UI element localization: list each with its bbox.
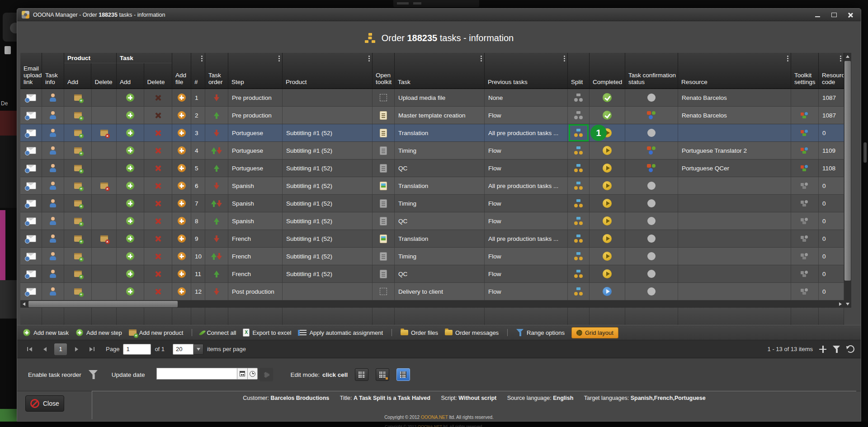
title-bar[interactable]: OOONA Manager - Order 188235 tasks - inf… — [17, 9, 861, 21]
cell-task-add[interactable] — [117, 107, 144, 124]
move-up-icon[interactable] — [214, 218, 219, 225]
grid-layout-button[interactable]: Grid layout — [571, 327, 618, 338]
cell-resource[interactable] — [678, 230, 791, 247]
completed-check-icon[interactable] — [603, 111, 612, 120]
cell-toolkit-settings[interactable] — [791, 230, 819, 247]
cell-task-number[interactable]: 2 — [191, 107, 205, 124]
cell-product-add[interactable] — [64, 160, 92, 177]
horizontal-scrollbar[interactable] — [20, 300, 844, 308]
cell-product-delete[interactable] — [92, 195, 117, 212]
cell-task-order[interactable] — [205, 177, 228, 194]
add-file-icon[interactable] — [178, 199, 186, 207]
cell-task-order[interactable] — [205, 212, 228, 230]
cell-add-file[interactable] — [172, 177, 191, 194]
cell-resource[interactable] — [678, 265, 791, 282]
cell-resource-code[interactable]: 0 — [819, 283, 844, 300]
cell-completed[interactable] — [590, 212, 625, 230]
move-down-icon[interactable] — [214, 288, 219, 295]
cell-completed[interactable] — [590, 265, 625, 282]
cell-task[interactable]: Translation — [395, 177, 485, 194]
add-new-step-button[interactable]: Add new step — [75, 328, 122, 337]
cell-task-add[interactable] — [117, 177, 144, 194]
add-file-icon[interactable] — [178, 217, 186, 225]
cell-completed[interactable] — [590, 142, 625, 159]
cell-split[interactable] — [568, 107, 590, 124]
cell-resource-code[interactable]: 0 — [819, 230, 844, 247]
cell-task-number[interactable]: 10 — [191, 248, 205, 265]
column-menu-icon[interactable] — [201, 56, 203, 57]
column-menu-icon[interactable] — [564, 56, 565, 57]
close-window-button[interactable] — [847, 12, 854, 18]
cell-product-add[interactable] — [64, 265, 92, 282]
cell-task-info[interactable] — [42, 265, 64, 282]
toolkit-settings-icon[interactable] — [801, 147, 809, 154]
task-info-icon[interactable] — [49, 164, 57, 172]
cell-task-delete[interactable] — [144, 248, 172, 265]
cell-product[interactable]: Subtitling #1 (52) — [283, 265, 373, 282]
table-row[interactable]: 4PortugueseSubtitling #1 (52)TimingFlowP… — [20, 142, 844, 160]
cell-task-delete[interactable] — [144, 230, 172, 247]
cell-email-upload[interactable] — [20, 248, 42, 265]
cell-step[interactable]: Spanish — [228, 212, 283, 230]
cell-task[interactable]: Upload media file — [395, 89, 485, 106]
email-upload-link-icon[interactable] — [26, 182, 36, 189]
cell-completed[interactable] — [590, 107, 625, 124]
cell-product[interactable]: Subtitling #1 (52) — [283, 177, 373, 194]
move-up-icon[interactable] — [214, 112, 219, 119]
cell-toolkit-settings[interactable] — [791, 248, 819, 265]
cell-add-file[interactable] — [172, 160, 191, 177]
toolkit-settings-icon[interactable] — [801, 130, 809, 136]
add-task-icon[interactable] — [126, 217, 134, 225]
cell-email-upload[interactable] — [20, 212, 42, 230]
cell-task-number[interactable]: 5 — [191, 160, 205, 177]
split-icon[interactable] — [574, 164, 583, 172]
add-product-icon[interactable] — [74, 130, 82, 136]
add-file-icon[interactable] — [178, 235, 186, 243]
cell-task-add[interactable] — [117, 124, 144, 141]
cell-task-add[interactable] — [117, 142, 144, 159]
table-row[interactable]: 11FrenchSubtitling #1 (52)QCFlow0 — [20, 265, 844, 283]
date-settings-button[interactable] — [259, 368, 273, 381]
open-toolkit-checkbox[interactable] — [380, 94, 387, 101]
delete-product-icon[interactable] — [100, 130, 108, 136]
cell-resource[interactable]: Portuguese Translator 2 — [678, 142, 791, 159]
toolkit-settings-icon[interactable] — [801, 271, 809, 277]
cell-step[interactable]: Pre production — [228, 107, 283, 124]
cell-resource[interactable] — [678, 177, 791, 194]
email-upload-link-icon[interactable] — [26, 164, 36, 172]
cell-email-upload[interactable] — [20, 283, 42, 300]
split-icon[interactable] — [574, 287, 583, 296]
email-upload-link-icon[interactable] — [26, 288, 36, 295]
column-menu-icon[interactable] — [368, 56, 370, 57]
cell-email-upload[interactable] — [20, 107, 42, 124]
column-header-task[interactable]: Task — [395, 53, 485, 88]
table-row[interactable]: 1Pre productionUpload media fileNoneRena… — [20, 89, 844, 107]
cell-email-upload[interactable] — [20, 124, 42, 141]
cell-add-file[interactable] — [172, 124, 191, 141]
add-product-icon[interactable] — [74, 112, 82, 118]
cell-product-add[interactable] — [64, 89, 92, 106]
cell-task-number[interactable]: 8 — [191, 212, 205, 230]
refresh-icon[interactable] — [847, 345, 854, 353]
cell-product[interactable]: Subtitling #1 (52) — [283, 142, 373, 159]
delete-task-icon[interactable] — [155, 253, 161, 260]
calendar-button[interactable] — [237, 368, 247, 380]
cell-task-order[interactable] — [205, 142, 228, 159]
cell-split[interactable] — [568, 160, 590, 177]
cell-product-delete[interactable] — [92, 142, 117, 159]
horizontal-scroll-thumb[interactable] — [28, 301, 178, 307]
open-toolkit-document-icon[interactable] — [380, 270, 387, 278]
delete-task-icon[interactable] — [155, 147, 161, 154]
in-progress-icon[interactable] — [603, 181, 612, 190]
add-task-icon[interactable] — [126, 270, 134, 278]
cell-resource-code[interactable]: 1108 — [819, 160, 844, 177]
delete-task-icon[interactable] — [155, 271, 161, 277]
cell-product-add[interactable] — [64, 212, 92, 230]
cell-task-info[interactable] — [42, 230, 64, 247]
cell-open-toolkit[interactable] — [373, 160, 395, 177]
task-info-icon[interactable] — [49, 199, 57, 207]
cell-step[interactable]: French — [228, 265, 283, 282]
cell-split[interactable] — [568, 89, 590, 106]
toolkit-settings-icon[interactable] — [801, 112, 809, 118]
split-icon[interactable] — [574, 111, 583, 119]
